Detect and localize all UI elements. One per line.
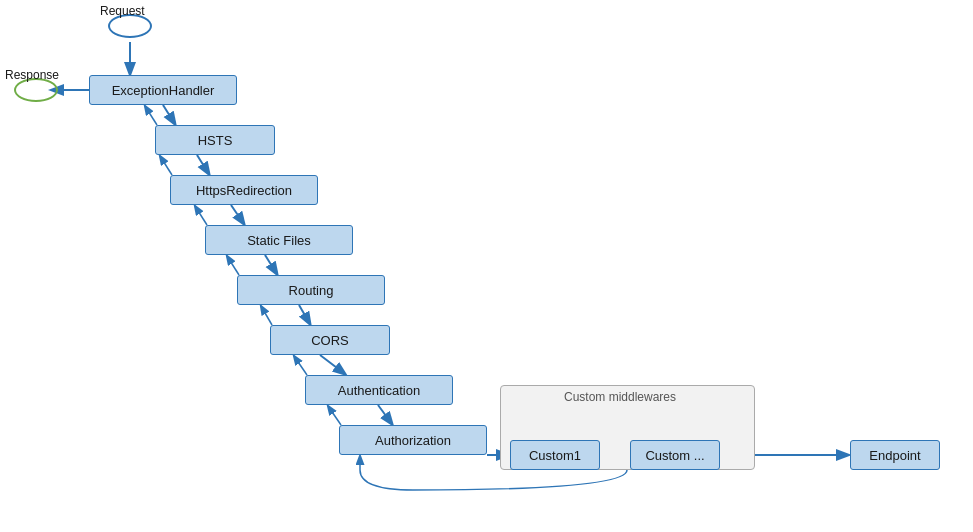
routing-box: Routing bbox=[237, 275, 385, 305]
svg-line-2 bbox=[145, 106, 157, 125]
static-files-box: Static Files bbox=[205, 225, 353, 255]
svg-line-12 bbox=[294, 356, 307, 375]
svg-line-14 bbox=[328, 406, 341, 425]
svg-line-10 bbox=[261, 306, 272, 325]
svg-line-13 bbox=[378, 405, 392, 424]
custom-middlewares-label: Custom middlewares bbox=[564, 390, 676, 404]
custom1-box: Custom1 bbox=[510, 440, 600, 470]
customN-box: Custom ... bbox=[630, 440, 720, 470]
svg-line-8 bbox=[227, 256, 239, 275]
response-label: Response bbox=[5, 68, 59, 82]
request-label: Request bbox=[100, 4, 145, 18]
authentication-box: Authentication bbox=[305, 375, 453, 405]
endpoint-box: Endpoint bbox=[850, 440, 940, 470]
svg-line-1 bbox=[163, 105, 175, 124]
authorization-box: Authorization bbox=[339, 425, 487, 455]
svg-line-11 bbox=[320, 355, 345, 374]
svg-line-4 bbox=[160, 156, 172, 175]
exception-handler-box: ExceptionHandler bbox=[89, 75, 237, 105]
hsts-box: HSTS bbox=[155, 125, 275, 155]
svg-line-9 bbox=[299, 305, 310, 324]
https-redirection-box: HttpsRedirection bbox=[170, 175, 318, 205]
svg-line-5 bbox=[231, 205, 244, 224]
svg-line-3 bbox=[197, 155, 209, 174]
svg-line-7 bbox=[265, 255, 277, 274]
svg-line-6 bbox=[195, 206, 207, 225]
diagram-container: Request Response ExceptionHandler HSTS H… bbox=[0, 0, 973, 532]
cors-box: CORS bbox=[270, 325, 390, 355]
